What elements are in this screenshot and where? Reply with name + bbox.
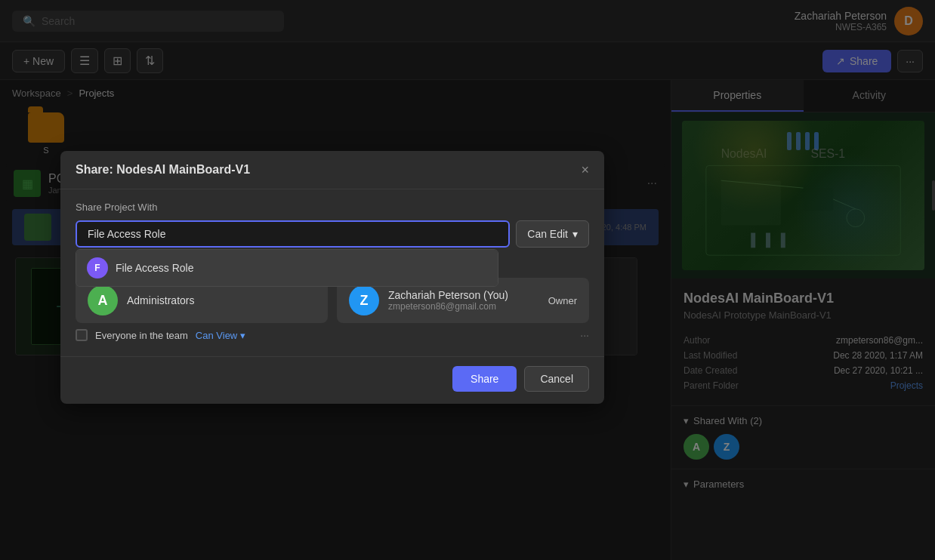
zachariah-role: Owner — [548, 295, 577, 306]
admin-avatar: A — [88, 285, 118, 315]
modal-overlay: Share: NodesAI MainBoard-V1 × Share Proj… — [0, 0, 935, 560]
modal-title: Share: NodesAI MainBoard-V1 — [76, 163, 250, 177]
can-edit-chevron-icon: ▾ — [572, 228, 578, 240]
can-view-button[interactable]: Can View ▾ — [196, 330, 245, 341]
modal-cancel-button[interactable]: Cancel — [524, 366, 589, 392]
everyone-label: Everyone in the team — [95, 330, 188, 341]
modal-actions: Share Cancel — [60, 356, 604, 404]
modal-header: Share: NodesAI MainBoard-V1 × — [60, 151, 604, 189]
everyone-checkbox[interactable] — [76, 329, 88, 341]
can-view-label: Can View — [196, 330, 237, 341]
share-input-field[interactable] — [76, 220, 510, 248]
can-edit-label: Can Edit — [527, 228, 568, 240]
admin-info: Administrators — [127, 294, 194, 306]
dropdown-menu: F File Access Role — [76, 249, 498, 287]
dropdown-item-avatar: F — [87, 257, 108, 278]
modal-body: Share Project With Can Edit ▾ F File Acc… — [60, 189, 604, 356]
everyone-more-button[interactable]: ··· — [580, 329, 589, 341]
admin-name: Administrators — [127, 294, 194, 306]
modal-close-button[interactable]: × — [581, 163, 589, 177]
can-edit-button[interactable]: Can Edit ▾ — [516, 220, 589, 248]
share-modal: Share: NodesAI MainBoard-V1 × Share Proj… — [60, 151, 604, 404]
can-view-chevron-icon: ▾ — [240, 330, 245, 341]
zachariah-email: zmpeterson86@gmail.com — [388, 301, 508, 312]
share-input-row: Can Edit ▾ F File Access Role — [76, 220, 589, 248]
zachariah-name: Zachariah Peterson (You) — [388, 289, 508, 301]
dropdown-item-file-access[interactable]: F File Access Role — [76, 250, 498, 286]
modal-share-button[interactable]: Share — [452, 366, 517, 392]
dropdown-item-label: File Access Role — [116, 262, 193, 274]
zachariah-info: Zachariah Peterson (You) zmpeterson86@gm… — [388, 289, 508, 312]
everyone-row: Everyone in the team Can View ▾ ··· — [76, 323, 589, 344]
zachariah-avatar: Z — [349, 285, 379, 315]
share-project-with-label: Share Project With — [76, 202, 589, 213]
